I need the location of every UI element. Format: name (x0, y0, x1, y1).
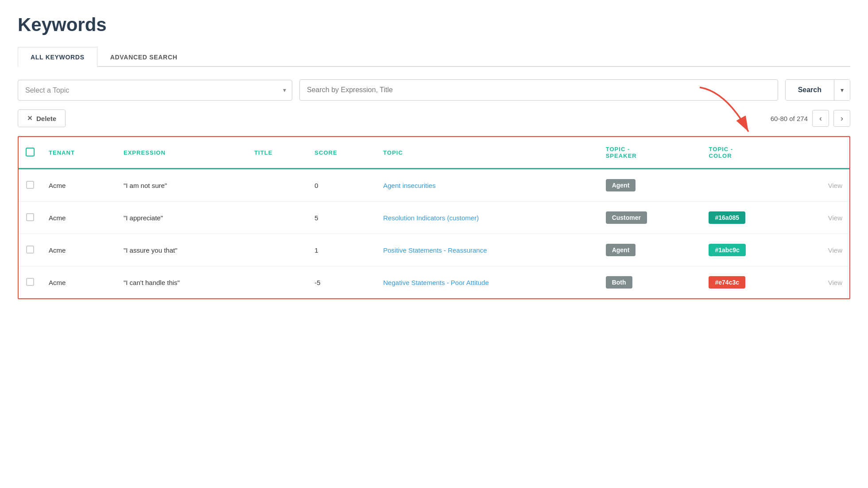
header-action (797, 137, 849, 169)
row-action[interactable]: View (797, 234, 849, 266)
row-score: 5 (307, 202, 376, 234)
table-row: Acme"I assure you that"1Positive Stateme… (19, 234, 849, 266)
pagination-prev-button[interactable]: ‹ (812, 110, 829, 127)
row-action[interactable]: View (797, 266, 849, 299)
row-action[interactable]: View (797, 202, 849, 234)
header-tenant: TENANT (42, 137, 116, 169)
search-input[interactable] (299, 79, 778, 101)
row-tenant: Acme (42, 234, 116, 266)
row-checkbox[interactable] (26, 213, 34, 221)
pagination-next-button[interactable]: › (833, 110, 850, 127)
view-link[interactable]: View (828, 246, 842, 254)
row-title (247, 169, 307, 202)
row-tenant: Acme (42, 169, 116, 202)
speaker-badge: Agent (606, 179, 636, 191)
search-dropdown-button[interactable]: ▾ (834, 80, 850, 100)
action-bar: ✕ Delete 60-80 of 274 ‹ › (18, 109, 850, 127)
row-checkbox-cell (19, 266, 42, 299)
header-checkbox-cell (19, 137, 42, 169)
topic-link[interactable]: Agent insecurities (383, 182, 435, 189)
row-expression: "I can't handle this" (116, 266, 247, 299)
table-section: TENANT EXPRESSION TITLE SCORE TOPIC TOPI… (18, 136, 850, 299)
row-tenant: Acme (42, 202, 116, 234)
search-button-group: Search ▾ (785, 79, 850, 101)
row-tenant: Acme (42, 266, 116, 299)
search-input-wrapper (299, 79, 778, 101)
row-speaker: Customer (599, 202, 702, 234)
pagination-info: 60-80 of 274 (771, 115, 808, 122)
table-row: Acme"I am not sure"0Agent insecuritiesAg… (19, 169, 849, 202)
row-speaker: Agent (599, 169, 702, 202)
keywords-table: TENANT EXPRESSION TITLE SCORE TOPIC TOPI… (19, 137, 849, 298)
color-badge: #16a085 (709, 211, 745, 224)
header-topic-color: TOPIC -COLOR (701, 137, 796, 169)
row-topic[interactable]: Negative Statements - Poor Attitude (376, 266, 598, 299)
row-expression: "I assure you that" (116, 234, 247, 266)
topic-link[interactable]: Negative Statements - Poor Attitude (383, 279, 488, 286)
page-title: Keywords (18, 14, 850, 35)
row-expression: "I am not sure" (116, 169, 247, 202)
topic-select-wrapper: Select a Topic ▾ (18, 80, 292, 101)
row-topic[interactable]: Resolution Indicators (customer) (376, 202, 598, 234)
row-expression: "I appreciate" (116, 202, 247, 234)
delete-label: Delete (36, 115, 56, 122)
row-color: #1abc9c (701, 234, 796, 266)
row-color (701, 169, 796, 202)
delete-button[interactable]: ✕ Delete (18, 109, 66, 127)
speaker-badge: Both (606, 276, 632, 289)
view-link[interactable]: View (828, 182, 842, 189)
pagination: 60-80 of 274 ‹ › (771, 110, 850, 127)
keywords-table-wrapper: TENANT EXPRESSION TITLE SCORE TOPIC TOPI… (18, 136, 850, 299)
table-row: Acme"I appreciate"5Resolution Indicators… (19, 202, 849, 234)
row-topic[interactable]: Agent insecurities (376, 169, 598, 202)
row-checkbox-cell (19, 202, 42, 234)
row-topic[interactable]: Positive Statements - Reassurance (376, 234, 598, 266)
header-checkbox[interactable] (26, 148, 35, 156)
row-title (247, 202, 307, 234)
toolbar: Select a Topic ▾ Search ▾ (18, 79, 850, 101)
color-badge: #1abc9c (709, 244, 745, 256)
row-score: -5 (307, 266, 376, 299)
row-score: 1 (307, 234, 376, 266)
row-checkbox-cell (19, 169, 42, 202)
color-badge: #e74c3c (709, 276, 745, 289)
header-title: TITLE (247, 137, 307, 169)
tab-all-keywords[interactable]: ALL KEYWORDS (18, 47, 97, 67)
row-title (247, 266, 307, 299)
view-link[interactable]: View (828, 279, 842, 286)
row-color: #e74c3c (701, 266, 796, 299)
view-link[interactable]: View (828, 214, 842, 222)
speaker-badge: Customer (606, 211, 647, 224)
tab-advanced-search[interactable]: ADVANCED SEARCH (97, 47, 190, 67)
search-button[interactable]: Search (786, 80, 834, 100)
table-row: Acme"I can't handle this"-5Negative Stat… (19, 266, 849, 299)
topic-link[interactable]: Positive Statements - Reassurance (383, 246, 487, 254)
header-topic-speaker: TOPIC -SPEAKER (599, 137, 702, 169)
topic-select[interactable]: Select a Topic (18, 80, 292, 101)
speaker-badge: Agent (606, 244, 636, 256)
row-speaker: Both (599, 266, 702, 299)
row-checkbox[interactable] (26, 278, 34, 286)
topic-link[interactable]: Resolution Indicators (customer) (383, 214, 479, 222)
header-topic: TOPIC (376, 137, 598, 169)
row-score: 0 (307, 169, 376, 202)
header-expression: EXPRESSION (116, 137, 247, 169)
tabs-bar: ALL KEYWORDS ADVANCED SEARCH (18, 46, 850, 67)
header-score: SCORE (307, 137, 376, 169)
row-checkbox[interactable] (26, 181, 34, 189)
row-action[interactable]: View (797, 169, 849, 202)
row-title (247, 234, 307, 266)
table-header-row: TENANT EXPRESSION TITLE SCORE TOPIC TOPI… (19, 137, 849, 169)
delete-x-icon: ✕ (27, 114, 33, 122)
row-color: #16a085 (701, 202, 796, 234)
row-speaker: Agent (599, 234, 702, 266)
row-checkbox-cell (19, 234, 42, 266)
row-checkbox[interactable] (26, 246, 34, 254)
